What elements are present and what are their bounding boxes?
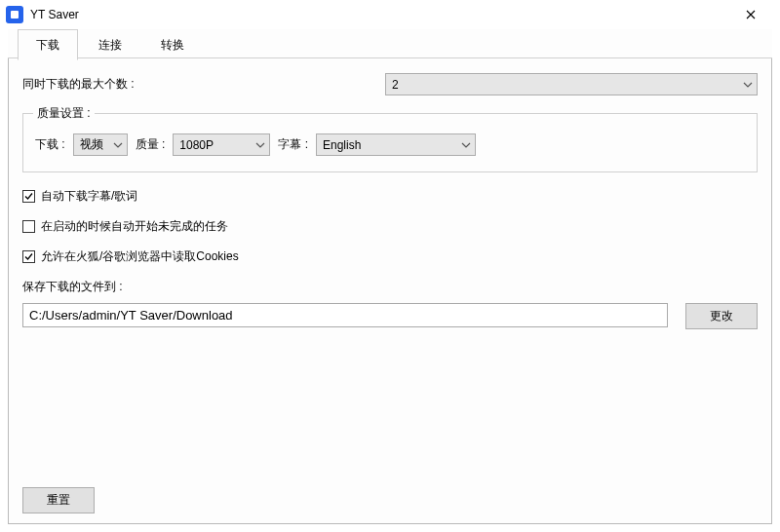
auto-subtitle-label: 自动下载字幕/歌词 (41, 188, 137, 205)
chevron-down-icon (255, 140, 265, 150)
quality-value: 1080P (179, 138, 214, 152)
chevron-down-icon (743, 80, 753, 90)
checkbox-group: 自动下载字幕/歌词 在启动的时候自动开始未完成的任务 允许在火狐/谷歌浏览器中读… (22, 188, 758, 265)
tab-strip: 下载 连接 转换 (8, 29, 772, 58)
save-path-label: 保存下载的文件到 : (22, 279, 758, 295)
allow-cookies-checkbox[interactable]: 允许在火狐/谷歌浏览器中读取Cookies (22, 248, 758, 265)
download-type-label: 下载 : (35, 136, 65, 153)
quality-fieldset: 质量设置 : 下载 : 视频 质量 : 1080P 字幕 : English (22, 113, 758, 172)
window-title: YT Saver (30, 8, 79, 21)
checkbox-icon (22, 220, 35, 233)
settings-panel: 下载 连接 转换 同时下载的最大个数 : 2 质量设置 : 下载 : 视频 质量… (8, 29, 772, 524)
quality-select[interactable]: 1080P (173, 133, 270, 156)
download-type-select[interactable]: 视频 (73, 133, 128, 156)
title-bar: YT Saver (0, 0, 780, 29)
auto-resume-checkbox[interactable]: 在启动的时候自动开始未完成的任务 (22, 218, 758, 235)
quality-label: 质量 : (136, 136, 166, 153)
max-downloads-select[interactable]: 2 (385, 73, 758, 95)
subtitle-label: 字幕 : (278, 136, 308, 153)
chevron-down-icon (461, 140, 471, 150)
close-icon (746, 10, 756, 19)
save-path-row: 更改 (22, 303, 758, 329)
download-tab-content: 同时下载的最大个数 : 2 质量设置 : 下载 : 视频 质量 : 1080P (22, 69, 758, 476)
footer: 重置 (22, 487, 95, 513)
save-path-input[interactable] (22, 303, 668, 327)
auto-resume-label: 在启动的时候自动开始未完成的任务 (41, 218, 228, 235)
checkbox-icon (22, 190, 35, 203)
tab-download[interactable]: 下载 (18, 29, 78, 60)
close-button[interactable] (729, 0, 772, 29)
max-downloads-label: 同时下载的最大个数 : (22, 76, 385, 93)
auto-subtitle-checkbox[interactable]: 自动下载字幕/歌词 (22, 188, 758, 205)
checkbox-icon (22, 250, 35, 263)
app-icon (6, 6, 23, 23)
change-path-button[interactable]: 更改 (685, 303, 758, 329)
chevron-down-icon (113, 140, 123, 150)
max-downloads-value: 2 (392, 78, 399, 92)
subtitle-select[interactable]: English (316, 133, 476, 156)
download-type-value: 视频 (80, 136, 103, 153)
tab-connect[interactable]: 连接 (81, 30, 139, 59)
reset-button[interactable]: 重置 (22, 487, 95, 513)
subtitle-value: English (323, 138, 361, 152)
tab-convert[interactable]: 转换 (143, 30, 202, 59)
quality-legend: 质量设置 : (33, 105, 95, 122)
allow-cookies-label: 允许在火狐/谷歌浏览器中读取Cookies (41, 248, 239, 265)
quality-row: 下载 : 视频 质量 : 1080P 字幕 : English (35, 133, 745, 156)
max-downloads-row: 同时下载的最大个数 : 2 (22, 73, 758, 95)
